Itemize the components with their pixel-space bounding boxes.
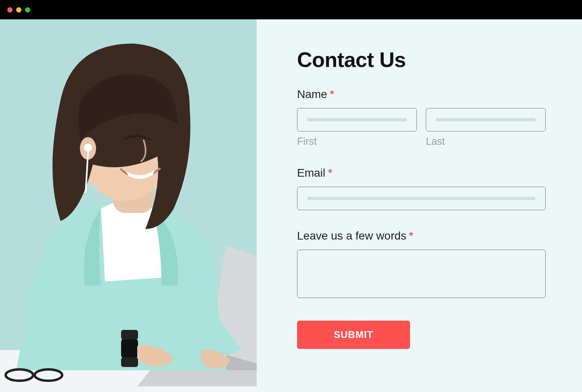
first-name-sublabel: First	[297, 136, 417, 147]
submit-button[interactable]: SUBMIT	[297, 321, 410, 349]
email-label: Email	[297, 167, 325, 179]
first-name-input-wrap	[297, 108, 417, 131]
window-maximize-icon[interactable]	[25, 7, 30, 13]
email-input-wrap	[297, 187, 546, 210]
message-label: Leave us a few words	[297, 229, 406, 242]
email-field-group: Email *	[297, 167, 546, 210]
message-field-group: Leave us a few words *	[297, 229, 546, 300]
hero-image	[0, 19, 257, 392]
svg-rect-6	[121, 330, 138, 340]
hero-illustration-svg	[0, 19, 257, 392]
window-chrome	[0, 0, 582, 19]
last-name-sublabel: Last	[426, 136, 546, 147]
form-panel: Contact Us Name * First La	[257, 19, 582, 392]
page-title: Contact Us	[297, 48, 546, 72]
required-asterisk: *	[328, 167, 332, 179]
window-minimize-icon[interactable]	[16, 7, 21, 13]
name-field-group: Name * First Last	[297, 88, 546, 147]
last-name-input-wrap	[426, 108, 546, 131]
message-textarea[interactable]	[297, 250, 546, 298]
required-asterisk: *	[330, 88, 334, 100]
window-close-icon[interactable]	[7, 7, 13, 13]
svg-rect-7	[121, 357, 138, 367]
page: Contact Us Name * First La	[0, 19, 582, 392]
required-asterisk: *	[409, 229, 413, 242]
svg-rect-5	[121, 338, 138, 359]
name-label: Name	[297, 88, 327, 101]
svg-point-11	[84, 144, 92, 152]
traffic-lights	[7, 7, 30, 13]
